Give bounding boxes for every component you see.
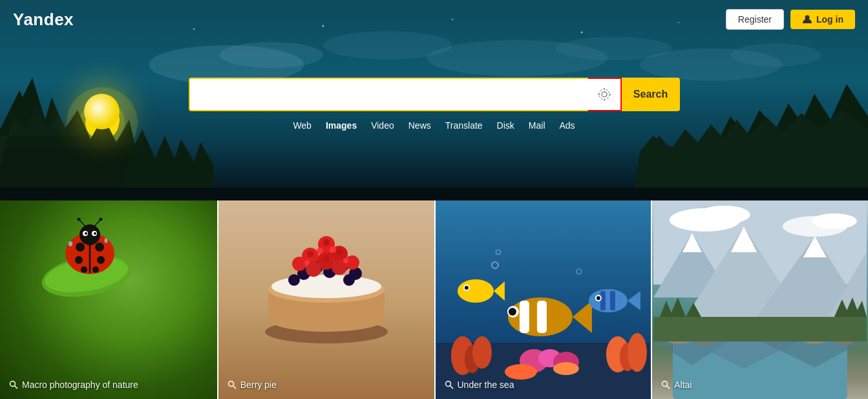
svg-marker-97 bbox=[493, 281, 504, 301]
ladybug-svg bbox=[35, 218, 138, 302]
svg-point-74 bbox=[323, 255, 330, 262]
svg-point-60 bbox=[288, 274, 300, 286]
svg-point-75 bbox=[307, 251, 313, 257]
mountain-svg bbox=[652, 200, 868, 399]
svg-point-72 bbox=[304, 260, 310, 265]
search-button[interactable]: Search bbox=[622, 78, 680, 111]
header: Yandex Register Log in bbox=[0, 0, 868, 39]
svg-point-100 bbox=[588, 289, 627, 312]
svg-point-140 bbox=[662, 382, 668, 387]
svg-point-25 bbox=[602, 92, 607, 97]
svg-rect-93 bbox=[536, 301, 546, 333]
image-grid: Macro photography of nature bbox=[0, 200, 868, 399]
svg-point-106 bbox=[504, 364, 536, 380]
nav-ads[interactable]: Ads bbox=[560, 120, 575, 131]
svg-point-99 bbox=[464, 286, 468, 290]
svg-line-141 bbox=[667, 386, 670, 389]
svg-point-77 bbox=[323, 239, 330, 246]
svg-point-76 bbox=[336, 249, 343, 255]
person-icon bbox=[802, 14, 812, 25]
svg-line-49 bbox=[15, 386, 18, 389]
svg-rect-24 bbox=[0, 188, 868, 200]
svg-point-32 bbox=[76, 243, 85, 252]
grid-item-ladybug[interactable]: Macro photography of nature bbox=[0, 200, 217, 399]
search-small-icon-pie bbox=[228, 380, 237, 389]
nav-links: Web Images Video News Translate Disk Mai… bbox=[293, 120, 575, 131]
svg-point-117 bbox=[812, 213, 857, 229]
svg-rect-102 bbox=[609, 291, 615, 310]
svg-point-110 bbox=[576, 269, 581, 274]
svg-point-115 bbox=[699, 206, 750, 224]
svg-point-96 bbox=[457, 279, 493, 303]
nav-web[interactable]: Web bbox=[293, 120, 312, 131]
sea-svg bbox=[436, 200, 651, 399]
svg-point-73 bbox=[343, 258, 348, 263]
svg-point-70 bbox=[317, 248, 323, 254]
nav-disk[interactable]: Disk bbox=[497, 120, 514, 131]
grid-item-sea[interactable]: Under the sea bbox=[434, 200, 651, 399]
search-small-icon-altai bbox=[661, 380, 670, 389]
svg-line-112 bbox=[450, 386, 453, 389]
grid-label-berrypie: Berry pie bbox=[228, 380, 277, 390]
svg-point-54 bbox=[271, 275, 381, 298]
grid-label-altai: Altai bbox=[661, 380, 692, 390]
svg-point-46 bbox=[69, 241, 72, 246]
svg-rect-92 bbox=[519, 301, 529, 333]
svg-point-105 bbox=[596, 296, 600, 300]
svg-point-36 bbox=[81, 266, 87, 273]
grid-label-ladybug: Macro photography of nature bbox=[9, 380, 138, 390]
svg-point-12 bbox=[730, 43, 821, 67]
nav-news[interactable]: News bbox=[408, 120, 431, 131]
svg-rect-101 bbox=[600, 291, 605, 310]
grid-item-berrypie[interactable]: Berry pie bbox=[217, 200, 434, 399]
svg-marker-91 bbox=[572, 301, 591, 333]
svg-line-79 bbox=[233, 386, 236, 389]
svg-point-61 bbox=[343, 274, 355, 286]
svg-point-68 bbox=[292, 257, 306, 271]
grid-bg-altai bbox=[652, 200, 868, 399]
svg-point-71 bbox=[330, 246, 336, 253]
svg-point-26 bbox=[599, 89, 609, 100]
svg-point-33 bbox=[95, 243, 104, 252]
register-button[interactable]: Register bbox=[726, 9, 784, 30]
grid-bg-sea bbox=[436, 200, 651, 399]
camera-icon bbox=[597, 87, 612, 102]
svg-rect-133 bbox=[653, 317, 867, 341]
login-button[interactable]: Log in bbox=[790, 10, 855, 29]
svg-point-37 bbox=[92, 266, 99, 273]
svg-point-41 bbox=[94, 232, 96, 235]
nav-translate[interactable]: Translate bbox=[445, 120, 483, 131]
grid-label-sea: Under the sea bbox=[445, 380, 514, 390]
svg-point-48 bbox=[10, 382, 16, 387]
search-small-icon-sea bbox=[445, 380, 454, 389]
logo: Yandex bbox=[13, 10, 74, 30]
svg-point-95 bbox=[508, 308, 516, 316]
search-small-icon bbox=[9, 380, 18, 389]
svg-marker-103 bbox=[627, 291, 640, 310]
nav-mail[interactable]: Mail bbox=[529, 120, 545, 131]
svg-point-40 bbox=[85, 232, 87, 235]
svg-point-108 bbox=[491, 262, 498, 268]
svg-point-7 bbox=[220, 42, 323, 68]
grid-item-altai[interactable]: Altai bbox=[651, 200, 868, 399]
svg-point-111 bbox=[445, 382, 450, 387]
svg-point-109 bbox=[496, 250, 500, 255]
svg-point-78 bbox=[228, 382, 233, 387]
svg-marker-135 bbox=[670, 297, 686, 317]
camera-button[interactable] bbox=[588, 78, 622, 111]
search-input[interactable] bbox=[189, 78, 588, 111]
grid-bg-berrypie bbox=[218, 200, 434, 399]
svg-point-107 bbox=[553, 362, 578, 375]
search-bar: Search bbox=[189, 78, 680, 111]
svg-point-86 bbox=[627, 333, 646, 372]
grid-bg-ladybug bbox=[0, 200, 217, 399]
svg-point-47 bbox=[105, 239, 108, 243]
search-container: Search Web Images Video News Translate D… bbox=[0, 78, 868, 131]
svg-point-83 bbox=[472, 336, 491, 369]
svg-point-35 bbox=[97, 256, 105, 264]
nav-images[interactable]: Images bbox=[326, 120, 357, 131]
pie-svg bbox=[255, 219, 397, 348]
nav-video[interactable]: Video bbox=[371, 120, 394, 131]
header-right: Register Log in bbox=[726, 9, 855, 30]
svg-point-34 bbox=[75, 256, 83, 264]
